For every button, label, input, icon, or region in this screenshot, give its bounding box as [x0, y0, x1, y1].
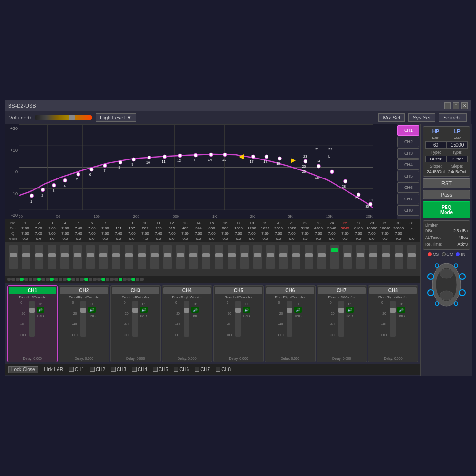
led-29[interactable]	[131, 278, 135, 281]
eq-slider-track-31[interactable]	[407, 245, 416, 269]
ch4-header[interactable]: CH4	[163, 287, 211, 294]
led-18[interactable]	[84, 278, 88, 281]
led-24[interactable]	[110, 278, 114, 281]
eq-slider-track-2[interactable]	[35, 245, 43, 269]
eq-slider-track-13[interactable]	[176, 245, 185, 269]
lp-fre-value[interactable]: 15000	[446, 141, 468, 149]
channel-button-ch3[interactable]: CH3	[397, 148, 419, 159]
rst-button[interactable]: RST	[423, 178, 470, 188]
eq-slider-track-27[interactable]	[356, 245, 365, 269]
checkbox-ch1[interactable]: CH1	[69, 367, 84, 372]
channel-button-ch7[interactable]: CH7	[397, 194, 419, 204]
led-13[interactable]	[63, 278, 67, 281]
led-12[interactable]	[59, 278, 62, 281]
led-23[interactable]	[106, 278, 109, 281]
eq-slider-track-4[interactable]	[60, 245, 69, 269]
led-1[interactable]	[11, 278, 15, 281]
channel-button-ch5[interactable]: CH5	[397, 171, 419, 181]
led-15[interactable]	[71, 278, 75, 281]
led-28[interactable]	[127, 278, 131, 281]
checkbox-ch6[interactable]: CH6	[174, 367, 189, 372]
led-25[interactable]	[114, 278, 118, 281]
checkbox-ch3[interactable]: CH3	[111, 367, 126, 372]
eq-slider-track-9[interactable]	[125, 245, 133, 269]
ch6-header[interactable]: CH6	[266, 287, 314, 294]
led-3[interactable]	[20, 278, 24, 281]
eq-slider-track-26[interactable]	[343, 245, 352, 269]
led-16[interactable]	[76, 278, 79, 281]
checkbox-ch4[interactable]: CH4	[132, 367, 147, 372]
eq-slider-track-19[interactable]	[253, 245, 262, 269]
ch2-fader[interactable]	[80, 301, 86, 337]
checkbox-ch8[interactable]: CH8	[216, 367, 231, 372]
checkbox-ch2[interactable]: CH2	[90, 367, 105, 372]
channel-button-ch1[interactable]: CH1	[397, 125, 419, 136]
hp-type-value[interactable]: Butter	[425, 156, 446, 162]
pass-button[interactable]: Pass	[423, 190, 470, 199]
minimize-button[interactable]: ─	[444, 102, 451, 109]
led-4[interactable]	[24, 278, 28, 281]
eq-slider-track-1[interactable]	[22, 245, 30, 269]
ch5-header[interactable]: CH5	[215, 287, 262, 294]
eq-slider-track-14[interactable]	[189, 245, 198, 269]
eq-slider-track-10[interactable]	[138, 245, 146, 269]
led-26[interactable]	[119, 278, 122, 281]
search-button[interactable]: Search..	[439, 113, 467, 122]
eq-slider-track-6[interactable]	[86, 245, 95, 269]
ch8-fader[interactable]	[390, 301, 396, 337]
led-2[interactable]	[16, 278, 20, 281]
led-19[interactable]	[89, 278, 92, 281]
maximize-button[interactable]: □	[453, 102, 459, 109]
eq-slider-track-0[interactable]	[9, 245, 18, 269]
mix-set-button[interactable]: Mix Set	[378, 113, 405, 122]
eq-slider-track-20[interactable]	[266, 245, 275, 269]
eq-slider-track-12[interactable]	[163, 245, 172, 269]
led-20[interactable]	[93, 278, 97, 281]
eq-slider-track-15[interactable]	[202, 245, 210, 269]
ch3-header[interactable]: CH3	[112, 287, 159, 294]
eq-slider-track-8[interactable]	[112, 245, 120, 269]
ch8-header[interactable]: CH8	[369, 287, 417, 294]
led-5[interactable]	[29, 278, 32, 281]
eq-slider-track-23[interactable]	[305, 245, 313, 269]
peq-mode-button[interactable]: PEQMode	[423, 201, 470, 218]
eq-slider-track-30[interactable]	[395, 245, 403, 269]
eq-slider-track-17[interactable]	[228, 245, 236, 269]
eq-graph[interactable]: +20 +10 0 -10 -20	[5, 124, 397, 219]
channel-button-ch4[interactable]: CH4	[397, 159, 419, 170]
eq-slider-track-28[interactable]	[369, 245, 377, 269]
ms-radio[interactable]: MS	[428, 252, 439, 257]
ch7-fader[interactable]	[338, 301, 344, 337]
led-9[interactable]	[46, 278, 50, 281]
eq-slider-track-21[interactable]	[279, 245, 288, 269]
channel-button-ch2[interactable]: CH2	[397, 137, 419, 147]
ch2-header[interactable]: CH2	[60, 287, 108, 294]
eq-slider-track-22[interactable]	[292, 245, 300, 269]
eq-slider-track-24[interactable]	[317, 245, 326, 269]
eq-slider-track-25[interactable]	[330, 245, 339, 269]
led-11[interactable]	[54, 278, 58, 281]
ch4-fader[interactable]	[184, 301, 189, 337]
ch7-header[interactable]: CH7	[318, 287, 366, 294]
eq-slider-track-18[interactable]	[240, 245, 249, 269]
led-30[interactable]	[136, 278, 139, 281]
eq-slider-track-11[interactable]	[150, 245, 159, 269]
led-17[interactable]	[80, 278, 84, 281]
ch6-fader[interactable]	[287, 301, 292, 337]
ch1-fader[interactable]	[29, 301, 35, 337]
channel-button-ch6[interactable]: CH6	[397, 182, 419, 193]
led-10[interactable]	[50, 278, 54, 281]
high-level-button[interactable]: High Level ▼	[96, 113, 136, 122]
in-radio[interactable]: IN	[456, 252, 465, 257]
cm-radio[interactable]: CM	[442, 252, 453, 257]
eq-slider-track-16[interactable]	[215, 245, 223, 269]
ch3-fader[interactable]	[132, 301, 138, 337]
led-27[interactable]	[123, 278, 127, 281]
lock-close-button[interactable]: Lock Close	[8, 366, 38, 373]
checkbox-ch5[interactable]: CH5	[153, 367, 168, 372]
eq-slider-track-29[interactable]	[382, 245, 390, 269]
led-8[interactable]	[41, 278, 45, 281]
led-22[interactable]	[101, 278, 105, 281]
eq-slider-track-3[interactable]	[48, 245, 56, 269]
led-31[interactable]	[140, 278, 144, 281]
